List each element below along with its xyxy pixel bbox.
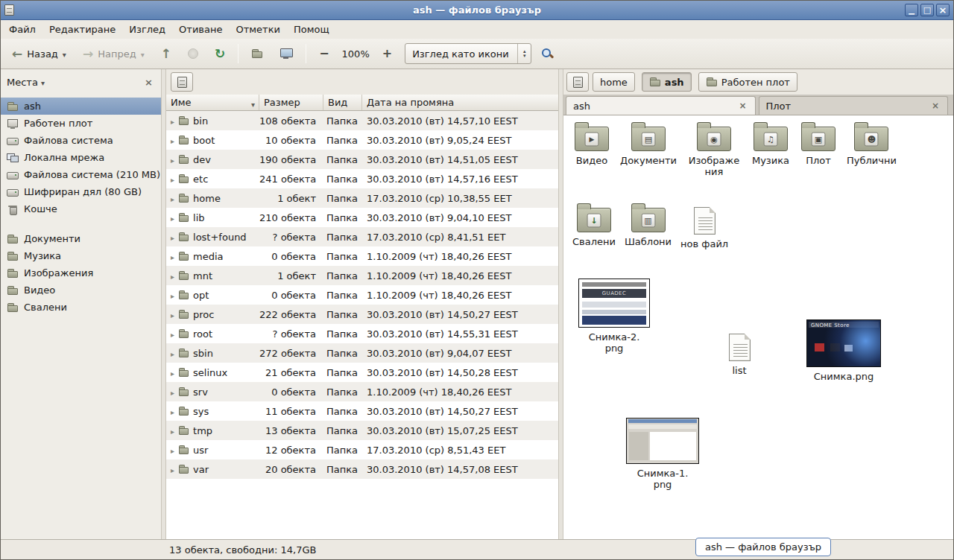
sidebar-item[interactable]: Работен плот bbox=[1, 115, 161, 132]
view-mode-select[interactable]: Изглед като икони ▴▾ bbox=[405, 43, 531, 64]
reload-button[interactable] bbox=[208, 42, 232, 65]
home-button[interactable] bbox=[244, 42, 270, 65]
table-row[interactable]: selinux 21 обекта Папка 30.03.2010 (вт) … bbox=[166, 363, 558, 382]
table-row[interactable]: opt 0 обекта Папка 1.10.2009 (чт) 18,40,… bbox=[166, 285, 558, 305]
table-row[interactable]: bin 108 обекта Папка 30.03.2010 (вт) 14,… bbox=[166, 111, 558, 130]
icon-view-item[interactable]: Шаблони bbox=[620, 203, 676, 247]
table-row[interactable]: tmp 13 обекта Папка 30.03.2010 (вт) 15,0… bbox=[166, 421, 558, 440]
zoom-level[interactable]: 100% bbox=[339, 48, 373, 60]
filesystem-root-button[interactable] bbox=[171, 72, 193, 92]
computer-button[interactable] bbox=[273, 42, 300, 65]
table-row[interactable]: srv 0 обекта Папка 1.10.2009 (чт) 18,40,… bbox=[166, 382, 558, 401]
sidebar-item[interactable]: Свалени bbox=[1, 299, 161, 316]
tab-close-icon[interactable] bbox=[930, 101, 941, 111]
icon-view-item[interactable]: Изображения bbox=[681, 121, 747, 177]
sidebar-item[interactable]: Видео bbox=[1, 281, 161, 299]
sidebar-item[interactable]: Документи bbox=[1, 230, 161, 247]
expander-icon[interactable] bbox=[171, 309, 174, 320]
sidebar-splitter[interactable] bbox=[161, 69, 166, 539]
expander-icon[interactable] bbox=[171, 115, 174, 127]
table-row[interactable]: boot 10 обекта Папка 30.03.2010 (вт) 9,0… bbox=[166, 130, 558, 150]
tab-desktop[interactable]: Плот bbox=[759, 96, 949, 115]
icon-view-item[interactable]: Музика bbox=[747, 121, 795, 166]
icon-view-item[interactable]: GNOME Store Снимка.png bbox=[800, 319, 887, 382]
table-row[interactable]: sys 11 обекта Папка 30.03.2010 (вт) 14,5… bbox=[166, 401, 558, 421]
sidebar-mode-dropdown-icon[interactable] bbox=[41, 77, 45, 88]
icon-view-item[interactable]: GUADEC Снимка-2.png bbox=[572, 279, 656, 354]
path-home-button[interactable]: home bbox=[593, 72, 635, 92]
zoom-out-button[interactable] bbox=[312, 42, 335, 65]
expander-icon[interactable] bbox=[171, 348, 174, 359]
icon-view-item[interactable]: нов файл bbox=[676, 203, 733, 249]
expander-icon[interactable] bbox=[171, 232, 174, 243]
forward-button[interactable]: Напред bbox=[76, 42, 151, 65]
maximize-button[interactable] bbox=[920, 4, 934, 16]
expander-icon[interactable] bbox=[171, 135, 174, 146]
expander-icon[interactable] bbox=[171, 154, 174, 165]
table-row[interactable]: proc 222 обекта Папка 30.03.2010 (вт) 14… bbox=[166, 305, 558, 324]
expander-icon[interactable] bbox=[171, 367, 174, 378]
icon-canvas[interactable]: Видео Документи Изображения Музика Плот … bbox=[563, 115, 953, 539]
icon-view-item[interactable]: Видео bbox=[568, 121, 616, 166]
window-list-button[interactable]: ash — файлов браузър bbox=[695, 538, 831, 556]
expander-icon[interactable] bbox=[171, 425, 174, 436]
expander-icon[interactable] bbox=[171, 386, 174, 398]
icon-view-item[interactable]: Публични bbox=[842, 121, 901, 166]
menu-view[interactable]: Изглед bbox=[122, 22, 172, 37]
tab-ash[interactable]: ash bbox=[566, 96, 756, 115]
icon-view-item[interactable]: Плот bbox=[795, 121, 842, 166]
table-row[interactable]: root ? обекта Папка 30.03.2010 (вт) 14,5… bbox=[166, 324, 558, 343]
menu-edit[interactable]: Редактиране bbox=[42, 22, 122, 37]
table-row[interactable]: etc 241 обекта Папка 30.03.2010 (вт) 14,… bbox=[166, 169, 558, 188]
up-button[interactable] bbox=[154, 42, 178, 65]
table-row[interactable]: mnt 1 обект Папка 1.10.2009 (чт) 18,40,2… bbox=[166, 266, 558, 285]
sidebar-title[interactable]: Места bbox=[7, 77, 38, 88]
expander-icon[interactable] bbox=[171, 251, 174, 262]
close-button[interactable] bbox=[936, 4, 950, 16]
stop-button[interactable] bbox=[181, 42, 205, 65]
icon-view-item[interactable]: list bbox=[716, 329, 763, 376]
expander-icon[interactable] bbox=[171, 445, 174, 456]
combo-spinner-icon[interactable]: ▴▾ bbox=[517, 44, 531, 63]
expander-icon[interactable] bbox=[171, 270, 174, 281]
search-button[interactable] bbox=[534, 42, 560, 65]
menu-file[interactable]: Файл bbox=[2, 22, 42, 37]
sidebar-item[interactable]: Кошче bbox=[1, 200, 161, 217]
sidebar-item[interactable]: Файлова система (210 MB) bbox=[1, 166, 161, 183]
expander-icon[interactable] bbox=[171, 406, 174, 417]
sidebar-item[interactable]: Шифриран дял (80 GB) bbox=[1, 183, 161, 200]
column-header-size[interactable]: Размер bbox=[259, 95, 323, 110]
path-filesystem-button[interactable] bbox=[566, 72, 589, 92]
column-header-name[interactable]: Име bbox=[166, 95, 259, 110]
title-bar[interactable]: ash — файлов браузър bbox=[1, 1, 953, 20]
sidebar-close-icon[interactable] bbox=[142, 77, 155, 88]
sidebar-item[interactable]: Файлова система bbox=[1, 132, 161, 149]
path-ash-button[interactable]: ash bbox=[642, 72, 692, 92]
pane-splitter[interactable] bbox=[558, 69, 563, 539]
icon-view-item[interactable]: Свалени bbox=[568, 203, 620, 247]
table-row[interactable]: home 1 обект Папка 17.03.2010 (ср) 10,38… bbox=[166, 188, 558, 208]
sidebar-item[interactable]: Изображения bbox=[1, 264, 161, 281]
tab-close-icon[interactable] bbox=[737, 101, 748, 111]
zoom-in-button[interactable] bbox=[376, 42, 399, 65]
table-row[interactable]: lost+found ? обекта Папка 17.03.2010 (ср… bbox=[166, 227, 558, 246]
menu-help[interactable]: Помощ bbox=[287, 22, 336, 37]
expander-icon[interactable] bbox=[171, 193, 174, 204]
expander-icon[interactable] bbox=[171, 328, 174, 340]
expander-icon[interactable] bbox=[171, 212, 174, 223]
path-desktop-button[interactable]: Работен плот bbox=[698, 72, 797, 92]
back-history-dropdown-icon[interactable] bbox=[63, 49, 66, 59]
icon-view-item[interactable]: Снимка-1.png bbox=[619, 418, 707, 490]
table-row[interactable]: var 20 обекта Папка 30.03.2010 (вт) 14,5… bbox=[166, 459, 558, 479]
table-row[interactable]: sbin 272 обекта Папка 30.03.2010 (вт) 9,… bbox=[166, 343, 558, 363]
menu-bookmarks[interactable]: Отметки bbox=[229, 22, 286, 37]
expander-icon[interactable] bbox=[171, 290, 174, 301]
menu-go[interactable]: Отиване bbox=[172, 22, 229, 37]
table-row[interactable]: usr 12 обекта Папка 17.03.2010 (ср) 8,51… bbox=[166, 440, 558, 459]
minimize-button[interactable] bbox=[905, 4, 918, 16]
sidebar-item[interactable]: Музика bbox=[1, 247, 161, 264]
expander-icon[interactable] bbox=[171, 464, 174, 475]
column-header-date[interactable]: Дата на промяна bbox=[362, 95, 558, 110]
sidebar-item[interactable]: Локална мрежа bbox=[1, 149, 161, 166]
column-header-type[interactable]: Вид bbox=[323, 95, 362, 110]
